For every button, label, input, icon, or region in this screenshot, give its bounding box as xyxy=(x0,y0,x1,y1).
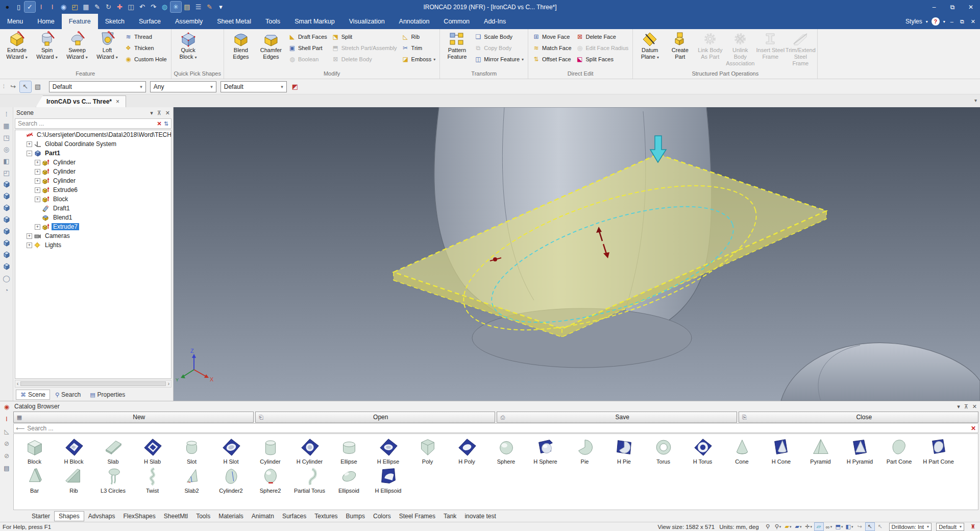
view-cube-icon[interactable]: ⬒▾ xyxy=(835,523,844,530)
panel-pin-icon[interactable]: ⊼ xyxy=(157,110,161,116)
menu-tab-tools[interactable]: Tools xyxy=(258,14,287,29)
catalog-item-h-part-cone[interactable]: H Part Cone xyxy=(919,436,958,465)
tree-expander-icon[interactable]: + xyxy=(35,160,40,165)
doc-restore-button[interactable]: ⧉ xyxy=(959,18,966,25)
render-globe-icon[interactable]: ◍ xyxy=(159,2,170,12)
viewport-3d[interactable]: Z X Y xyxy=(174,107,980,401)
menu-tab-visualization[interactable]: Visualization xyxy=(342,14,392,29)
style-combo[interactable]: Default ▾ xyxy=(936,523,964,531)
panel-tab-search[interactable]: ⚲Search xyxy=(51,390,85,399)
scene-search-input[interactable]: Search ... ✕ ⇅ xyxy=(15,118,172,129)
menu-tab-smart-markup[interactable]: Smart Markup xyxy=(287,14,342,29)
catalog-tv-icon[interactable]: ◉ xyxy=(3,403,11,411)
offset-face-button[interactable]: ⇅Offset Face xyxy=(531,54,573,65)
tree-expander-icon[interactable]: + xyxy=(35,169,40,175)
tree-row[interactable]: C:\Users\jeter\Documents\Data\2018\Word\… xyxy=(15,130,171,139)
minimize-button[interactable]: – xyxy=(925,0,943,14)
tree-expander-icon[interactable]: + xyxy=(35,187,40,193)
material-table-icon[interactable]: ◩ xyxy=(289,81,301,92)
help-arrow-icon[interactable]: ▾ xyxy=(943,19,945,24)
face-mode-icon[interactable]: ▱ xyxy=(815,523,823,530)
tree-row[interactable]: +Cylinder xyxy=(15,158,171,167)
part-ghost-icon[interactable]: ◫ xyxy=(126,2,136,12)
view-cube-icon-7[interactable] xyxy=(2,250,11,259)
catalog-item-h-block[interactable]: H Block xyxy=(54,436,93,465)
tree-horizontal-scrollbar[interactable]: ‹ › xyxy=(15,380,172,388)
tree-item-label[interactable]: Blend1 xyxy=(52,214,74,221)
redo-icon[interactable]: ↷ xyxy=(148,2,159,12)
tree-row[interactable]: +Cameras xyxy=(15,231,171,240)
menu-tab-menu[interactable]: Menu xyxy=(0,14,30,29)
search-clear-icon[interactable]: ✕ xyxy=(157,120,162,127)
grid-tool-icon[interactable]: ▦ xyxy=(2,121,11,130)
style-combo[interactable]: Default▾ xyxy=(220,81,287,92)
catalog-item-h-torus[interactable]: H Torus xyxy=(683,436,722,465)
sweep-wizard-button[interactable]: SweepWizard ▾ xyxy=(63,30,91,61)
quick-block-button[interactable]: QuickBlock ▾ xyxy=(174,30,203,61)
catalog-tab-surfaces[interactable]: Surfaces xyxy=(278,512,310,521)
scroll-right-icon[interactable]: › xyxy=(168,381,169,387)
scroll-thumb[interactable] xyxy=(20,381,165,386)
tree-row[interactable]: +Cylinder xyxy=(15,176,171,185)
tree-item-label[interactable]: Cameras xyxy=(43,232,71,239)
catalog-search-clear-icon[interactable]: ✕ xyxy=(971,425,976,432)
catalog-tab-tools[interactable]: Tools xyxy=(192,512,214,521)
drag-tool-icon[interactable]: ✛▾ xyxy=(804,523,813,530)
chamfer-edges-button[interactable]: ChamferEdges xyxy=(257,30,285,60)
catalog-item-h-slab[interactable]: H Slab xyxy=(133,436,172,465)
tree-row[interactable]: +Extrude7 xyxy=(15,222,171,231)
restore-button[interactable]: ⧉ xyxy=(943,0,962,14)
tree-expander-icon[interactable]: + xyxy=(35,224,40,230)
tree-item-label[interactable]: Extrude6 xyxy=(52,186,79,194)
catalog-item-h-poly[interactable]: H Poly xyxy=(447,436,486,465)
catalog-tab-animatn[interactable]: Animatn xyxy=(248,512,278,521)
catalog-tab-tank[interactable]: Tank xyxy=(439,512,460,521)
catalog-item-h-ellipse[interactable]: H Ellipse xyxy=(369,436,408,465)
tree-row[interactable]: Draft1 xyxy=(15,204,171,213)
catalog-item-partial-torus[interactable]: Partial Torus xyxy=(290,465,329,494)
tree-item-label[interactable]: Block xyxy=(52,196,69,203)
tree-expander-icon[interactable]: + xyxy=(27,141,32,147)
close-button[interactable]: ✕ xyxy=(962,0,980,14)
tree-expander-icon[interactable]: + xyxy=(27,243,32,248)
catalog-tab-advshaps[interactable]: Advshaps xyxy=(84,512,119,521)
edit-sheet-icon[interactable]: ✎ xyxy=(92,2,103,12)
view-cube-icon-4[interactable] xyxy=(2,215,11,224)
view-cube-icon-2[interactable] xyxy=(2,191,11,201)
scroll-left-icon[interactable]: ‹ xyxy=(17,381,18,387)
catalog-item-h-pyramid[interactable]: H Pyramid xyxy=(840,436,879,465)
open-folder-icon[interactable]: ◰ xyxy=(69,2,80,12)
tree-item-label[interactable]: Cylinder xyxy=(52,177,77,184)
view-cube-icon-8[interactable] xyxy=(2,262,11,271)
deselect-icon[interactable]: ↪ xyxy=(8,81,19,92)
catalog-tab-starter[interactable]: Starter xyxy=(28,512,54,521)
qa-more-icon[interactable]: ▾ xyxy=(215,2,226,12)
view-cube-icon-3[interactable] xyxy=(2,203,11,212)
dock-handle[interactable]: ⁞ xyxy=(2,109,11,118)
custom-hole-button[interactable]: ◉Custom Hole xyxy=(123,54,168,65)
doc-minimize-button[interactable]: – xyxy=(949,18,955,25)
move-tool-icon[interactable]: ✚ xyxy=(114,2,125,12)
menu-tab-annotation[interactable]: Annotation xyxy=(392,14,437,29)
shape-tool-icon[interactable]: ◳ xyxy=(2,133,11,142)
select-body-icon[interactable]: ▰▾ xyxy=(794,523,803,530)
catalog-tab-bumps[interactable]: Bumps xyxy=(342,512,369,521)
open-catalog-button[interactable]: ⎗Open xyxy=(255,412,496,423)
menu-tab-add-ins[interactable]: Add-Ins xyxy=(477,14,513,29)
config-combo[interactable]: Default▾ xyxy=(49,81,146,92)
catalog-tab-sheetmtl[interactable]: SheetMtl xyxy=(160,512,192,521)
catalog-item-cylinder2[interactable]: Cylinder2 xyxy=(211,465,251,494)
panel-close-icon[interactable]: ✕ xyxy=(165,110,170,116)
menu-tab-sketch[interactable]: Sketch xyxy=(98,14,132,29)
view-cube-icon-6[interactable] xyxy=(2,238,11,248)
toolbar-grip[interactable]: ⁞ xyxy=(3,84,5,89)
catalog-item-ellipse[interactable]: Ellipse xyxy=(329,436,369,465)
tree-item-label[interactable]: Global Coordinate System xyxy=(43,140,118,148)
tree-item-label[interactable]: Draft1 xyxy=(52,205,71,212)
catalog-tab-materials[interactable]: Materials xyxy=(214,512,248,521)
catalog-item-bar[interactable]: Bar xyxy=(15,465,54,494)
catalog-tab-textures[interactable]: Textures xyxy=(310,512,341,521)
hierarchy-icon[interactable]: ♜ xyxy=(969,523,977,530)
catalog-item-pyramid[interactable]: Pyramid xyxy=(801,436,840,465)
panel-menu-icon[interactable]: ▾ xyxy=(150,110,153,116)
